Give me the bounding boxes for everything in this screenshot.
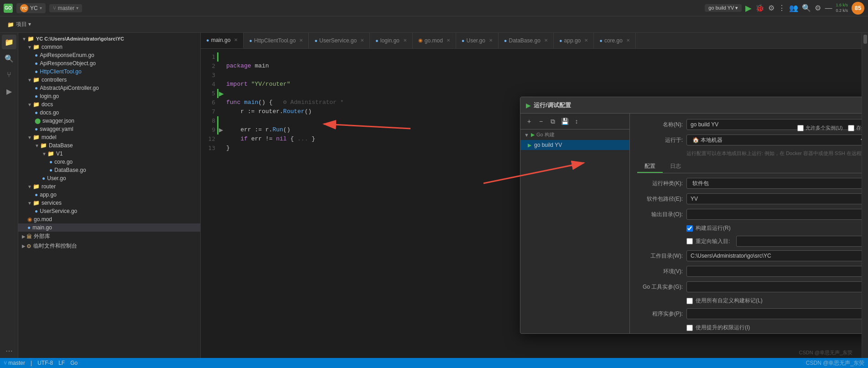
tree-file-login[interactable]: ● login.go — [18, 92, 200, 100]
pkgpath-input[interactable] — [686, 193, 862, 204]
tab-close-core[interactable]: ✕ — [626, 38, 630, 43]
tree-file-maingo[interactable]: ● main.go — [18, 223, 200, 232]
dialog-copy-button[interactable]: ⧉ — [548, 116, 558, 126]
users-icon[interactable]: 👥 — [789, 4, 798, 12]
dialog-add-button[interactable]: + — [524, 116, 534, 126]
tree-file-apienum[interactable]: ● ApiResponseEnum.go — [18, 51, 200, 59]
tab-close-httpclient[interactable]: ✕ — [299, 38, 303, 43]
run-config-selector[interactable]: go build YV ▾ — [705, 4, 742, 12]
status-eol: LF — [58, 360, 65, 366]
network-indicators: 1.6 k/s 0.2 k/s — [836, 3, 848, 13]
tree-folder-database[interactable]: ▼ 📁 DataBase — [18, 141, 200, 150]
dialog-save-button[interactable]: 💾 — [560, 116, 570, 126]
coverage-button[interactable]: ⚙ — [768, 4, 774, 12]
tree-file-core[interactable]: ● core.go — [18, 158, 200, 166]
tree-file-gomod[interactable]: ◉ go.mod — [18, 215, 200, 223]
tree-file-docs[interactable]: ● docs.go — [18, 109, 200, 117]
tree-file-user[interactable]: ● User.go — [18, 174, 200, 182]
tab-gomod[interactable]: ◉ go.mod ✕ — [413, 33, 456, 48]
tab-close-userservice[interactable]: ✕ — [360, 38, 364, 43]
tree-folder-services[interactable]: ▼ 📁 services — [18, 199, 200, 207]
sidebar-icon-files[interactable]: 📁 — [2, 35, 16, 49]
minimize-button[interactable]: — — [825, 4, 832, 12]
tab-core[interactable]: ● core.go ✕ — [594, 33, 636, 48]
tree-folder-v1[interactable]: ▼ 📁 V1 — [18, 150, 200, 158]
redirect-input-checkbox[interactable] — [686, 238, 693, 244]
score-badge: 85 — [852, 2, 864, 15]
dialog-list-group-gobuild[interactable]: ▼ ▶ Go 构建 — [520, 130, 629, 140]
sidebar-icon-search[interactable]: 🔍 — [2, 51, 16, 66]
dialog-list-item-gobuildyv[interactable]: ▶ go build YV — [520, 140, 629, 150]
more-actions-button[interactable]: ⋮ — [778, 4, 785, 12]
elevated-run-checkbox[interactable] — [686, 325, 693, 331]
allow-parallel-checkbox[interactable] — [797, 125, 804, 131]
env-input[interactable] — [686, 266, 862, 277]
tree-folder-temp[interactable]: ▶ ⚙ 临时文件和控制台 — [18, 241, 200, 251]
tree-folder-controllers[interactable]: ▼ 📁 controllers — [18, 76, 200, 84]
tab-appgo[interactable]: ● app.go ✕ — [554, 33, 594, 48]
tab-config[interactable]: 配置 — [637, 161, 663, 173]
form-row-workdir: 工作目录(W): 📁 — [637, 250, 862, 261]
settings-icon[interactable]: ⚙ — [815, 4, 821, 12]
custom-build-tags-checkbox[interactable] — [686, 298, 693, 304]
tree-file-database-go[interactable]: ● DataBase.go — [18, 166, 200, 174]
run-after-build-checkbox[interactable] — [686, 225, 693, 232]
tab-user[interactable]: ● User.go ✕ — [456, 33, 499, 48]
tab-httpclient[interactable]: ● HttpClientTool.go ✕ — [244, 33, 309, 48]
branch-selector[interactable]: ⑂ master ▾ — [49, 4, 83, 12]
scrollbar-thumb[interactable] — [863, 35, 867, 44]
status-branch[interactable]: ⑂ master — [4, 360, 25, 366]
tree-file-userservice[interactable]: ● UserService.go — [18, 207, 200, 215]
profile-menu[interactable]: YC YC ▾ — [16, 3, 46, 13]
dialog-sort-button[interactable]: ↕ — [572, 116, 582, 126]
editor-area: ● main.go ✕ ● HttpClientTool.go ✕ ● User… — [201, 33, 862, 358]
tree-file-swaggerjson[interactable]: ⬤ swagger.json — [18, 117, 200, 125]
search-icon[interactable]: 🔍 — [802, 4, 811, 12]
tab-log[interactable]: 日志 — [663, 161, 688, 173]
runtype-select[interactable]: 软件包 — [686, 178, 862, 189]
tree-file-swaggeryaml[interactable]: ● swagger.yaml — [18, 125, 200, 133]
tree-file-abstractapi[interactable]: ● AbstractApiController.go — [18, 84, 200, 92]
redirectinput-input[interactable] — [736, 236, 862, 247]
menu-project[interactable]: 📁 项目 ▾ — [4, 19, 35, 30]
runafterbuild-label: 构建后运行(R) — [696, 224, 731, 232]
tab-userservice[interactable]: ● UserService.go ✕ — [309, 33, 370, 48]
form-row-runafterbuild: 构建后运行(R) — [686, 224, 862, 232]
tab-close-database[interactable]: ✕ — [544, 38, 548, 43]
sidebar-icon-more[interactable]: ⋯ — [2, 343, 16, 358]
tab-close-appgo[interactable]: ✕ — [584, 38, 588, 43]
tree-folder-external[interactable]: ▶ 🏛 外部库 — [18, 232, 200, 241]
form-row-custombuildtags: 使用所有自定义构建标记(L) — [686, 297, 862, 305]
tree-file-appgo[interactable]: ● app.go — [18, 191, 200, 199]
programargs-input[interactable] — [686, 308, 862, 319]
tab-close-gomod[interactable]: ✕ — [447, 38, 450, 43]
avatar: YC — [20, 4, 28, 12]
tab-login[interactable]: ● login.go ✕ — [370, 33, 413, 48]
dialog-remove-button[interactable]: − — [536, 116, 546, 126]
gotoolargs-input[interactable] — [686, 281, 862, 292]
gotoolargs-field: + ⤢ — [686, 281, 862, 292]
tab-close-user[interactable]: ✕ — [489, 38, 493, 43]
tree-file-httpclient[interactable]: ● HttpClientTool.go — [18, 67, 200, 76]
save-to-file-checkbox[interactable] — [848, 125, 854, 131]
pkgpath-label: 软件包路径(E): — [637, 195, 683, 203]
tab-close-maingo[interactable]: ✕ — [234, 37, 238, 42]
workdir-input[interactable] — [686, 250, 862, 261]
tree-folder-router[interactable]: ▼ 📁 router — [18, 182, 200, 191]
tree-folder-model[interactable]: ▼ 📁 model — [18, 133, 200, 141]
run-button[interactable]: ▶ — [745, 3, 752, 13]
sidebar-icon-vcs[interactable]: ⑂ — [2, 67, 16, 82]
tab-close-login[interactable]: ✕ — [403, 38, 407, 43]
outputdir-input[interactable] — [686, 209, 862, 220]
redirectinput-label: 重定向输入目: — [696, 238, 730, 245]
status-watermark: CSDN @幸思无声_东荧 — [806, 359, 864, 367]
debug-button[interactable]: 🐞 — [755, 4, 764, 12]
tree-folder-docs[interactable]: ▼ 📁 docs — [18, 100, 200, 109]
tab-maingo[interactable]: ● main.go ✕ — [201, 33, 244, 48]
sidebar-icon-run[interactable]: ▶ — [2, 84, 16, 98]
runon-select[interactable]: 🏠 本地机器 — [686, 135, 862, 145]
tree-root[interactable]: ▼ 📁 YC C:\Users\Administrator\go\src\YC — [18, 35, 200, 43]
tree-folder-common[interactable]: ▼ 📁 common — [18, 43, 200, 51]
tree-file-apiobj[interactable]: ● ApiResponseObject.go — [18, 59, 200, 67]
tab-database[interactable]: ● DataBase.go ✕ — [499, 33, 554, 48]
